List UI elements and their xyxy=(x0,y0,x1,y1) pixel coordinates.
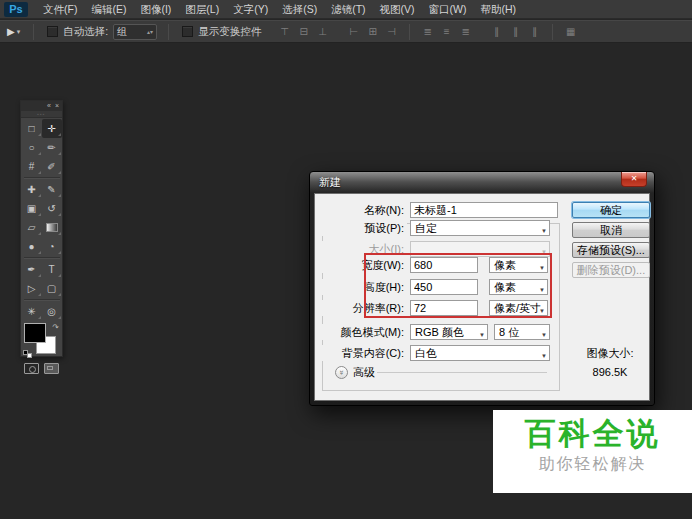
eraser-tool[interactable]: ▱ xyxy=(22,218,42,237)
zoom-icon: ◎ xyxy=(47,306,56,317)
menu-view[interactable]: 视图(V) xyxy=(373,0,422,19)
menu-window[interactable]: 窗口(W) xyxy=(422,0,474,19)
clone-stamp-icon: ▣ xyxy=(27,203,36,214)
bit-depth-dropdown[interactable]: 8 位 xyxy=(494,324,550,340)
tool-preset-caret-icon[interactable]: ▾ xyxy=(17,28,21,36)
resolution-unit-dropdown[interactable]: 像素/英寸 xyxy=(489,300,548,316)
height-unit-dropdown[interactable]: 像素 xyxy=(489,279,548,295)
rectangular-marquee-icon: □ xyxy=(28,123,34,134)
align-right-edges-icon[interactable]: ⊣ xyxy=(384,25,399,39)
menu-type[interactable]: 文字(Y) xyxy=(226,0,275,19)
align-top-edges-icon[interactable]: ⊤ xyxy=(277,25,292,39)
preset-dropdown[interactable]: 自定 xyxy=(410,220,550,236)
history-brush-icon: ↺ xyxy=(47,203,55,214)
menu-edit[interactable]: 编辑(E) xyxy=(84,0,133,19)
eraser-icon: ▱ xyxy=(28,222,36,233)
tools-panel-grip[interactable]: ▪▪▪ xyxy=(21,111,62,118)
tools-panel: « × ▪▪▪ □ ✛ ○ ✏ # ✐ ✚ ✎ ▣ ↺ ▱ ● ◔ ✒ T ▷ … xyxy=(20,100,63,357)
pen-tool[interactable]: ✒ xyxy=(22,260,42,279)
resolution-input[interactable] xyxy=(410,300,478,316)
separator xyxy=(409,24,410,40)
shape-tool[interactable]: ▢ xyxy=(42,279,62,298)
tools-divider xyxy=(24,299,60,301)
auto-select-dropdown[interactable]: 组 ▴▾ xyxy=(113,24,157,40)
advanced-toggle-button[interactable]: » xyxy=(335,366,348,379)
distribute-top-edges-icon[interactable]: ≣ xyxy=(420,25,435,39)
swap-colors-icon[interactable]: ↷ xyxy=(52,323,59,332)
history-brush-tool[interactable]: ↺ xyxy=(42,199,62,218)
move-tool[interactable]: ✛ xyxy=(42,119,62,138)
distribute-icons-group: ≣ ≡ ≣ ∥ ∥ ∥ xyxy=(420,25,542,39)
separator xyxy=(168,24,169,40)
color-mode-label: 颜色模式(M): xyxy=(315,324,407,340)
name-input[interactable] xyxy=(410,202,558,218)
photoshop-logo: Ps xyxy=(4,2,28,17)
type-icon: T xyxy=(48,264,54,275)
quick-selection-tool[interactable]: ✏ xyxy=(42,138,62,157)
foreground-color-swatch[interactable] xyxy=(24,323,46,343)
pen-icon: ✒ xyxy=(27,264,35,275)
lasso-tool[interactable]: ○ xyxy=(22,138,42,157)
separator xyxy=(33,24,34,40)
ok-button[interactable]: 确定 xyxy=(572,202,650,218)
distribute-horizontal-centers-icon[interactable]: ∥ xyxy=(508,25,523,39)
align-horizontal-centers-icon[interactable]: ⊞ xyxy=(365,25,380,39)
screen-mode-icon[interactable] xyxy=(44,363,59,374)
show-transform-checkbox[interactable] xyxy=(182,26,193,37)
background-contents-dropdown[interactable]: 白色 xyxy=(410,345,550,361)
move-tool-icon: ▶ xyxy=(7,26,15,37)
menu-image[interactable]: 图像(I) xyxy=(133,0,178,19)
spinner-icon: ▴▾ xyxy=(147,29,153,35)
type-tool[interactable]: T xyxy=(42,260,62,279)
align-icons-group: ⊤ ⊟ ⊥ ⊢ ⊞ ⊣ xyxy=(277,25,399,39)
width-unit-dropdown[interactable]: 像素 xyxy=(489,257,548,273)
dialog-title: 新建 xyxy=(319,175,341,190)
dodge-tool[interactable]: ◔ xyxy=(42,237,62,256)
gradient-tool[interactable] xyxy=(42,218,62,237)
image-size-info: 图像大小: 896.5K xyxy=(565,346,655,378)
crop-tool[interactable]: # xyxy=(22,157,42,176)
healing-brush-tool[interactable]: ✚ xyxy=(22,180,42,199)
blur-tool[interactable]: ● xyxy=(22,237,42,256)
distribute-vertical-centers-icon[interactable]: ≡ xyxy=(439,25,454,39)
zoom-tool[interactable]: ◎ xyxy=(42,302,62,321)
distribute-left-edges-icon[interactable]: ∥ xyxy=(489,25,504,39)
distribute-right-edges-icon[interactable]: ∥ xyxy=(527,25,542,39)
menu-file[interactable]: 文件(F) xyxy=(36,0,84,19)
path-selection-tool[interactable]: ▷ xyxy=(22,279,42,298)
menu-select[interactable]: 选择(S) xyxy=(275,0,324,19)
save-preset-button[interactable]: 存储预设(S)... xyxy=(572,242,650,258)
align-bottom-edges-icon[interactable]: ⊥ xyxy=(315,25,330,39)
distribute-bottom-edges-icon[interactable]: ≣ xyxy=(458,25,473,39)
auto-select-checkbox[interactable] xyxy=(47,26,58,37)
eyedropper-tool[interactable]: ✐ xyxy=(42,157,62,176)
quick-mask-mode-icon[interactable] xyxy=(24,363,39,374)
align-left-edges-icon[interactable]: ⊢ xyxy=(346,25,361,39)
menu-layer[interactable]: 图层(L) xyxy=(178,0,226,19)
close-dialog-button[interactable]: ✕ xyxy=(621,172,647,187)
background-contents-label: 背景内容(C): xyxy=(315,345,407,361)
align-vertical-centers-icon[interactable]: ⊟ xyxy=(296,25,311,39)
brush-tool[interactable]: ✎ xyxy=(42,180,62,199)
width-label: 宽度(W): xyxy=(315,257,407,273)
preset-label: 预设(P): xyxy=(315,220,407,236)
clone-stamp-tool[interactable]: ▣ xyxy=(22,199,42,218)
close-panel-icon[interactable]: × xyxy=(55,101,59,111)
photoshop-window: Ps 文件(F) 编辑(E) 图像(I) 图层(L) 文字(Y) 选择(S) 滤… xyxy=(0,0,692,519)
default-colors-icon[interactable] xyxy=(23,350,32,358)
separator xyxy=(552,24,553,40)
cancel-button[interactable]: 取消 xyxy=(572,222,650,238)
width-input[interactable] xyxy=(410,257,478,273)
menu-filter[interactable]: 滤镜(T) xyxy=(324,0,372,19)
watermark-title: 百科全说 xyxy=(493,417,692,451)
rectangular-marquee-tool[interactable]: □ xyxy=(22,119,42,138)
collapse-panel-icon[interactable]: « xyxy=(47,101,51,111)
name-label: 名称(N): xyxy=(315,202,407,218)
height-input[interactable] xyxy=(410,279,478,295)
menu-help[interactable]: 帮助(H) xyxy=(474,0,524,19)
show-transform-label: 显示变换控件 xyxy=(198,25,261,39)
hand-tool[interactable]: ✳ xyxy=(22,302,42,321)
chevron-down-icon: » xyxy=(336,370,347,374)
auto-align-layers-icon[interactable]: ▦ xyxy=(563,25,578,39)
color-mode-dropdown[interactable]: RGB 颜色 xyxy=(410,324,488,340)
